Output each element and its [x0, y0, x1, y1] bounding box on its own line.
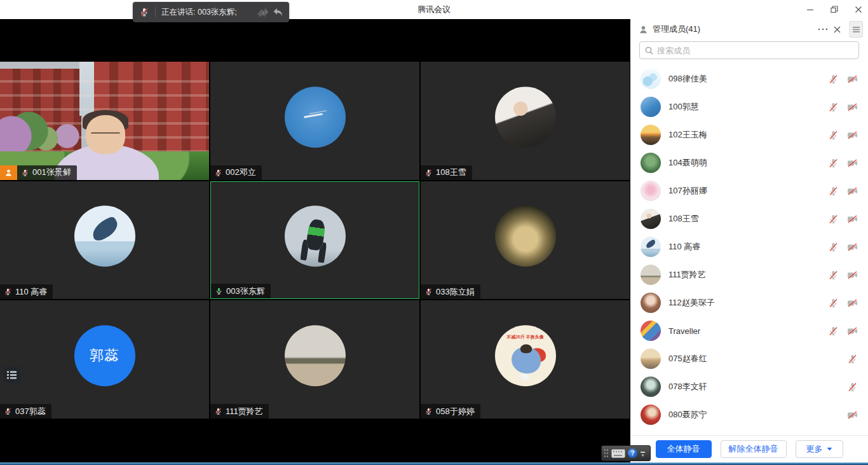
member-mic-muted-icon[interactable] — [828, 326, 839, 337]
panel-close-button[interactable] — [830, 22, 844, 36]
video-grid: 001张景鲜 002邓立 — [0, 62, 630, 419]
member-row[interactable]: 098律佳美 — [630, 65, 868, 93]
member-mic-muted-icon[interactable] — [828, 102, 839, 113]
member-avatar — [641, 181, 661, 201]
tile-name-label: 002邓立 — [210, 165, 262, 180]
flag-shapes-icon — [255, 5, 271, 19]
member-row[interactable]: 110 高睿 — [630, 233, 868, 261]
mic-muted-icon — [214, 169, 222, 177]
video-tile[interactable]: 110 高睿 — [0, 181, 209, 300]
member-row[interactable]: 075赵春红 — [630, 345, 868, 373]
member-avatar — [641, 69, 661, 89]
member-camera-off-icon[interactable] — [847, 102, 858, 113]
member-row[interactable]: Traveller — [630, 317, 868, 345]
member-panel-footer: 全体静音 解除全体静音 更多 — [630, 435, 868, 462]
member-mic-muted-icon[interactable] — [828, 186, 839, 197]
tile-name: 037郭蕊 — [15, 406, 46, 417]
member-mic-muted-icon[interactable] — [828, 242, 839, 253]
ime-toolbar[interactable]: ? ▬▾ — [601, 445, 651, 461]
member-camera-off-icon[interactable] — [847, 214, 858, 225]
taskbar-edge — [0, 462, 868, 465]
host-person-icon — [4, 169, 13, 177]
participant-glasses — [91, 132, 120, 137]
member-row[interactable]: 080聂苏宁 — [630, 401, 868, 429]
tile-name-label: 110 高睿 — [0, 284, 53, 299]
video-tile[interactable]: 不减20斤 不换头像 058于婷婷 — [421, 300, 630, 419]
member-mic-muted-icon[interactable] — [828, 74, 839, 85]
tile-name-label: 003张东辉 — [211, 284, 271, 298]
member-name: 104聂萌萌 — [668, 157, 707, 169]
panel-more-button[interactable] — [816, 22, 830, 36]
member-panel: 管理成员(41) 098律佳美 — [630, 19, 868, 462]
video-tile[interactable]: 108王雪 — [421, 62, 630, 180]
member-avatar — [641, 153, 661, 173]
video-tile[interactable]: 033陈立娟 — [421, 181, 630, 300]
member-camera-off-icon[interactable] — [847, 270, 858, 281]
member-row[interactable]: 107孙丽娜 — [630, 177, 868, 205]
member-mic-muted-icon[interactable] — [847, 354, 858, 364]
video-tile[interactable]: 003张东辉 — [210, 181, 419, 300]
member-camera-off-icon[interactable] — [847, 186, 858, 197]
member-name: 078李文轩 — [668, 381, 707, 392]
member-camera-off-icon[interactable] — [847, 298, 858, 309]
tile-avatar-caption: 不减20斤 不换头像 — [495, 334, 556, 340]
mic-active-icon — [215, 287, 223, 295]
video-tile[interactable]: 111贾羚艺 — [210, 300, 419, 419]
member-row[interactable]: 078李文轩 — [630, 373, 868, 401]
speaking-toast: 正在讲话: 003张东辉; — [133, 2, 289, 22]
window-titlebar: 腾讯会议 — [0, 0, 868, 19]
member-camera-off-icon[interactable] — [847, 158, 858, 169]
member-mic-muted-icon[interactable] — [828, 298, 839, 309]
mic-muted-icon — [21, 169, 29, 177]
ime-drag-handle-icon[interactable] — [604, 448, 609, 458]
member-camera-off-icon[interactable] — [847, 410, 858, 420]
member-search-input[interactable] — [657, 46, 853, 55]
tile-avatar — [74, 206, 135, 267]
panel-collapse-button[interactable] — [849, 21, 863, 38]
more-button[interactable]: 更多 — [796, 440, 843, 458]
tile-name: 108王雪 — [436, 167, 466, 178]
member-row[interactable]: 100郭慧 — [630, 93, 868, 121]
tile-name: 002邓立 — [226, 167, 256, 178]
unmute-all-button[interactable]: 解除全体静音 — [721, 440, 787, 458]
member-mic-muted-icon[interactable] — [828, 270, 839, 281]
minimize-button[interactable] — [806, 5, 815, 14]
tile-avatar: 郭蕊 — [74, 325, 135, 386]
video-tile[interactable]: 郭蕊 037郭蕊 — [0, 300, 209, 419]
member-avatar — [641, 125, 661, 145]
tile-name: 058于婷婷 — [436, 406, 475, 417]
member-row[interactable]: 112赵美琛子 — [630, 289, 868, 317]
ime-minimize-icon[interactable]: ▬▾ — [641, 450, 645, 457]
member-search-box[interactable] — [639, 41, 859, 59]
close-button[interactable] — [854, 5, 863, 14]
mic-muted-icon — [424, 407, 433, 415]
member-camera-off-icon[interactable] — [847, 326, 858, 337]
toast-divider — [155, 7, 156, 17]
mute-all-button[interactable]: 全体静音 — [656, 440, 712, 458]
layout-toggle-button[interactable] — [3, 366, 20, 384]
member-camera-off-icon[interactable] — [847, 74, 858, 85]
member-mic-muted-icon[interactable] — [828, 214, 839, 225]
restore-button[interactable] — [830, 5, 839, 14]
member-row[interactable]: 108王雪 — [630, 205, 868, 233]
member-camera-off-icon[interactable] — [847, 130, 858, 141]
member-mic-muted-icon[interactable] — [847, 382, 858, 392]
tile-name: 110 高睿 — [15, 286, 47, 298]
member-row[interactable]: 104聂萌萌 — [630, 149, 868, 177]
member-row[interactable]: 111贾羚艺 — [630, 261, 868, 289]
member-avatar — [641, 377, 661, 397]
keyboard-icon[interactable] — [611, 449, 625, 458]
tile-name-label: 108王雪 — [421, 165, 472, 180]
member-mic-muted-icon[interactable] — [828, 130, 839, 141]
member-mic-muted-icon[interactable] — [828, 158, 839, 169]
mic-muted-icon — [424, 169, 433, 177]
tile-avatar — [285, 206, 346, 267]
search-icon — [645, 46, 653, 55]
video-tile[interactable]: 002邓立 — [210, 62, 419, 180]
member-camera-off-icon[interactable] — [847, 242, 858, 253]
member-row[interactable]: 102王玉梅 — [630, 121, 868, 149]
tile-name: 001张景鲜 — [32, 167, 71, 178]
video-tile[interactable]: 001张景鲜 — [0, 62, 209, 180]
tile-avatar — [285, 325, 346, 386]
ime-help-icon[interactable]: ? — [628, 448, 637, 458]
